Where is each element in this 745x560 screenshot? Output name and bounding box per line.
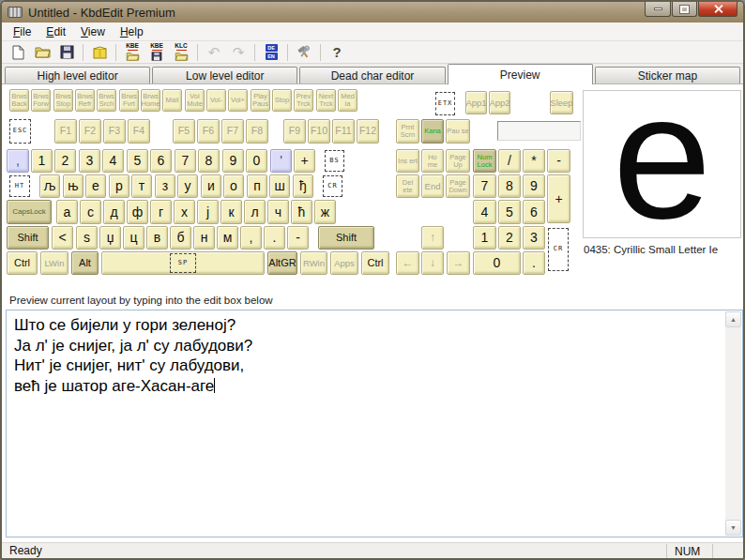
key-digit-1[interactable]: 1	[31, 149, 53, 173]
key-space[interactable]: SP	[101, 251, 265, 275]
key-sleep[interactable]: Sleep	[550, 91, 573, 114]
language-switch-button[interactable]: DE EN	[260, 42, 282, 63]
key-cyr-ef[interactable]: ф	[127, 200, 148, 224]
key-cyr-ha[interactable]: х	[174, 200, 195, 224]
key-brws-forw[interactable]: Brws Forw	[31, 89, 51, 112]
menu-help[interactable]: Help	[113, 23, 151, 40]
key-vol-mute[interactable]: Vol Mute	[185, 89, 205, 112]
key-cyr-dze[interactable]: ѕ	[76, 226, 98, 250]
key-kana[interactable]: Kana	[421, 119, 444, 144]
key-f3[interactable]: F3	[103, 119, 126, 144]
key-np-slash[interactable]: /	[498, 149, 521, 173]
key-shift-right[interactable]: Shift	[318, 226, 374, 250]
key-alt[interactable]: Alt	[71, 251, 99, 275]
key-cyr-dzhe[interactable]: џ	[99, 226, 121, 250]
key-brws-refr[interactable]: Brws Refr	[75, 89, 95, 112]
key-prev-trck[interactable]: Prev Trck	[294, 89, 313, 112]
key-cyr-ka[interactable]: к	[220, 200, 242, 224]
key-media[interactable]: Med ia	[338, 89, 357, 112]
save-kbe-button[interactable]: KBE	[145, 42, 168, 63]
key-f11[interactable]: F11	[332, 119, 355, 144]
key-cyr-tse[interactable]: ц	[123, 226, 144, 250]
key-vol-minus[interactable]: Vol-	[206, 89, 226, 112]
key-plus[interactable]: +	[294, 149, 315, 173]
undo-button[interactable]: ↶	[203, 42, 225, 63]
key-cyr-em[interactable]: м	[217, 226, 238, 250]
key-stop[interactable]: Stop	[272, 89, 292, 112]
key-minus[interactable]: -	[287, 226, 309, 250]
key-np-8[interactable]: 8	[498, 174, 521, 198]
key-arrow-right[interactable]: →	[447, 251, 470, 275]
key-arrow-left[interactable]: ←	[396, 251, 419, 275]
key-app1[interactable]: App1	[465, 91, 487, 114]
key-bs[interactable]: BS	[325, 150, 344, 172]
key-cyr-el[interactable]: л	[244, 200, 266, 224]
key-cr[interactable]: CR	[323, 175, 342, 197]
key-brws-back[interactable]: Brws Back	[9, 89, 29, 112]
key-caps-lock[interactable]: CapsLock	[7, 200, 52, 224]
menu-edit[interactable]: Edit	[38, 23, 73, 40]
edit-scrollbar[interactable]: ▲ ▼	[725, 311, 741, 536]
key-cyr-er[interactable]: р	[109, 174, 129, 198]
open-klc-button[interactable]: KLC	[170, 42, 192, 63]
key-etx[interactable]: ETX	[435, 92, 455, 115]
key-digit-6[interactable]: 6	[150, 149, 172, 173]
maximize-button[interactable]	[672, 2, 697, 17]
key-cyr-lje[interactable]: љ	[39, 174, 60, 198]
key-digit-8[interactable]: 8	[198, 149, 220, 173]
key-brws-fvrt[interactable]: Brws Fvrt	[119, 89, 139, 112]
key-digit-9[interactable]: 9	[222, 149, 244, 173]
key-pause[interactable]: Pau se	[446, 119, 470, 144]
key-np-0[interactable]: 0	[473, 251, 521, 275]
key-delete[interactable]: Del ete	[396, 174, 419, 198]
minimize-button[interactable]	[645, 2, 671, 17]
key-prnt-scrn[interactable]: Prnt Scrn	[396, 119, 419, 144]
key-cyr-a[interactable]: а	[56, 200, 78, 224]
key-less-than[interactable]: <	[52, 226, 73, 250]
tab-dead-char-editor[interactable]: Dead char editor	[299, 67, 445, 84]
key-arrow-up[interactable]: ↑	[421, 226, 444, 250]
key-apostrophe[interactable]: '	[270, 149, 292, 173]
key-esc[interactable]: ESC	[9, 119, 31, 144]
help-button[interactable]: ?	[326, 42, 348, 63]
key-cyr-de[interactable]: д	[103, 200, 125, 224]
key-comma-deadrow[interactable]: ,	[7, 149, 29, 173]
key-cyr-zhe[interactable]: ж	[314, 200, 336, 224]
tab-sticker-map[interactable]: Sticker map	[595, 67, 740, 84]
key-cyr-ze[interactable]: з	[155, 174, 175, 198]
key-f6[interactable]: F6	[197, 119, 220, 144]
key-ht[interactable]: HT	[9, 175, 30, 197]
scroll-up-button[interactable]: ▲	[725, 311, 741, 327]
key-digit-4[interactable]: 4	[102, 149, 124, 173]
key-cyr-nje[interactable]: њ	[63, 174, 84, 198]
key-np-3[interactable]: 3	[523, 226, 545, 250]
key-ctrl-right[interactable]: Ctrl	[361, 251, 389, 275]
key-home[interactable]: Ho me	[421, 149, 444, 173]
key-brws-home[interactable]: Brws Home	[141, 89, 160, 112]
key-cyr-u[interactable]: у	[177, 174, 198, 198]
key-page-down[interactable]: Page Down	[446, 174, 470, 198]
new-file-button[interactable]	[7, 42, 29, 63]
key-cyr-ie[interactable]: е	[85, 174, 106, 198]
open-file-button[interactable]	[31, 42, 53, 63]
key-cyr-be[interactable]: б	[170, 226, 191, 250]
key-comma[interactable]: ,	[240, 226, 262, 250]
tab-low-level-editor[interactable]: Low level editor	[152, 67, 297, 84]
key-arrow-down[interactable]: ↓	[421, 251, 444, 275]
key-end[interactable]: End	[421, 174, 444, 198]
key-digit-2[interactable]: 2	[54, 149, 76, 173]
tab-preview[interactable]: Preview	[448, 64, 593, 84]
package-button[interactable]	[88, 42, 111, 63]
tools-button[interactable]	[293, 42, 315, 63]
key-f1[interactable]: F1	[54, 119, 77, 144]
preview-edit-box[interactable]: Што се бијели у гори зеленој? Ја л' је с…	[6, 310, 743, 537]
key-f9[interactable]: F9	[283, 119, 306, 144]
key-num-lock[interactable]: Num Lock	[473, 149, 496, 173]
key-np-1[interactable]: 1	[473, 226, 496, 250]
close-button[interactable]	[698, 2, 737, 17]
key-digit-7[interactable]: 7	[175, 149, 196, 173]
key-vol-plus[interactable]: Vol+	[228, 89, 248, 112]
key-cyr-sha[interactable]: ш	[269, 174, 290, 198]
key-cyr-ghe[interactable]: г	[150, 200, 172, 224]
key-cyr-che[interactable]: ч	[267, 200, 289, 224]
